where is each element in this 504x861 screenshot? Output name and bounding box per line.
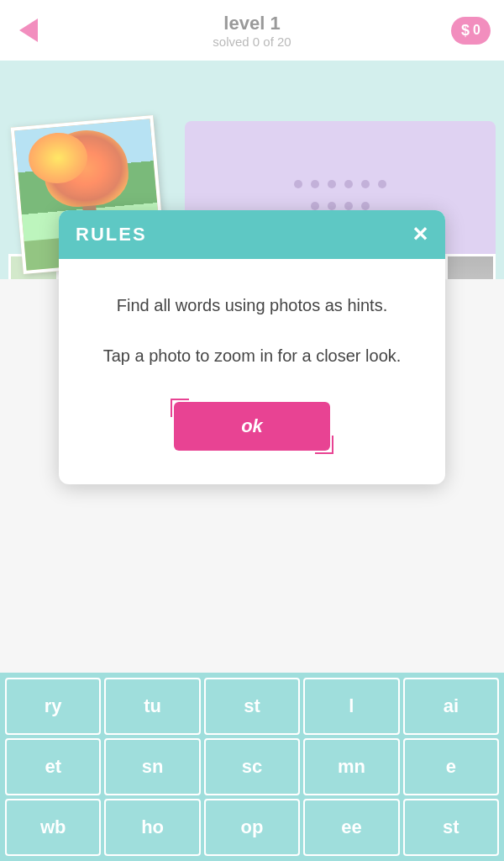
rule-text-2: Tap a photo to zoom in for a closer look… (92, 343, 412, 368)
modal-header: RULES ✕ (59, 210, 445, 259)
close-button[interactable]: ✕ (412, 224, 428, 245)
modal-title: RULES (76, 224, 147, 246)
modal-overlay: RULES ✕ Find all words using photos as h… (0, 0, 504, 861)
rules-modal: RULES ✕ Find all words using photos as h… (59, 210, 445, 484)
modal-body: Find all words using photos as hints. Ta… (59, 259, 445, 484)
rule-text-1: Find all words using photos as hints. (92, 293, 412, 318)
ok-button[interactable]: ok (174, 402, 330, 451)
